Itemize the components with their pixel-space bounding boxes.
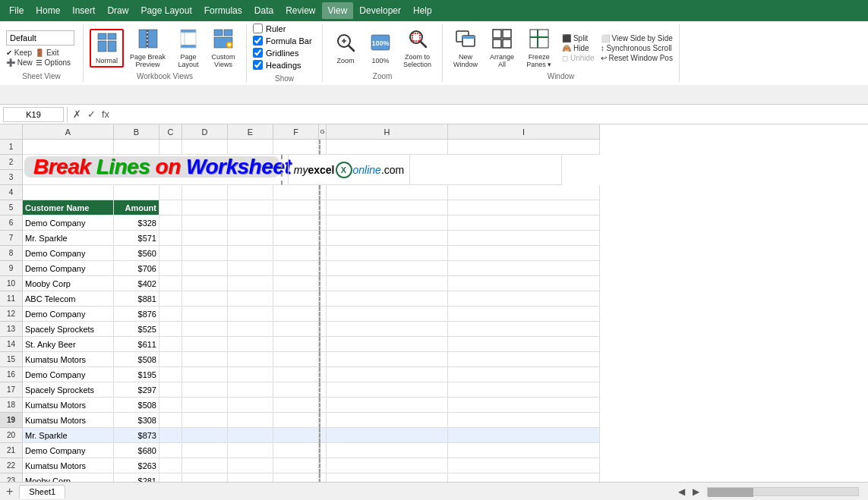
formula-input[interactable] [115, 107, 865, 122]
cell-d12[interactable] [182, 322, 228, 337]
cell-i3[interactable] [448, 185, 600, 200]
ruler-checkbox[interactable]: Ruler [253, 24, 316, 33]
freeze-panes-btn[interactable]: FreezePanes ▾ [522, 26, 556, 71]
cell-e3[interactable] [228, 185, 273, 200]
cell-e21[interactable] [228, 458, 273, 473]
ruler-check[interactable] [253, 24, 263, 33]
cell-d10[interactable] [182, 291, 228, 307]
cell-e1[interactable] [228, 140, 273, 155]
keep-btn[interactable]: ✔ Keep [6, 49, 32, 57]
custom-views-btn[interactable]: CustomViews [207, 27, 240, 70]
cell-g14[interactable] [319, 352, 327, 367]
cell-f16[interactable] [273, 382, 319, 398]
cell-c6[interactable] [159, 231, 182, 246]
cell-a9[interactable]: Mooby Corp [23, 276, 114, 291]
headings-check[interactable] [253, 60, 263, 70]
cell-h10[interactable] [327, 291, 448, 307]
horizontal-scrollbar[interactable] [707, 487, 859, 496]
cell-a20[interactable]: Demo Company [23, 443, 114, 458]
new-sheet-view-btn[interactable]: ➕ New [6, 58, 33, 67]
cell-g15[interactable] [319, 367, 327, 382]
cell-i19[interactable] [448, 428, 600, 443]
cell-f5[interactable] [273, 215, 319, 231]
cell-i5[interactable] [448, 215, 600, 231]
col-h[interactable]: H [327, 124, 448, 140]
cell-c1[interactable] [159, 140, 182, 155]
cell-a3[interactable] [23, 185, 114, 200]
cell-i1[interactable] [448, 140, 600, 155]
cell-f22[interactable] [273, 473, 319, 482]
cell-h20[interactable] [327, 443, 448, 458]
cell-c17[interactable] [159, 398, 182, 413]
col-f[interactable]: F [273, 124, 319, 140]
options-btn[interactable]: ☰ Options [36, 58, 71, 67]
cell-g18[interactable] [319, 413, 327, 428]
cell-a18[interactable]: Kumatsu Motors [23, 413, 114, 428]
cell-c12[interactable] [159, 322, 182, 337]
cell-f20[interactable] [273, 443, 319, 458]
cell-h11[interactable] [327, 307, 448, 322]
cell-g13[interactable] [319, 337, 327, 352]
cell-g8[interactable] [319, 261, 327, 276]
confirm-formula-btn[interactable]: ✓ [85, 108, 98, 120]
cell-d16[interactable] [182, 382, 228, 398]
cell-e17[interactable] [228, 398, 273, 413]
cell-i18[interactable] [448, 413, 600, 428]
formula-bar-checkbox[interactable]: Formula Bar [253, 36, 316, 46]
cell-d15[interactable] [182, 367, 228, 382]
cell-d5[interactable] [182, 215, 228, 231]
cell-c7[interactable] [159, 246, 182, 261]
cell-i16[interactable] [448, 382, 600, 398]
cell-f19[interactable] [273, 428, 319, 443]
cell-c16[interactable] [159, 382, 182, 398]
scroll-left-btn[interactable]: ◀ [675, 486, 688, 497]
cell-e9[interactable] [228, 276, 273, 291]
col-e[interactable]: E [228, 124, 273, 140]
cell-e20[interactable] [228, 443, 273, 458]
cell-a21[interactable]: Kumatsu Motors [23, 458, 114, 473]
cell-b3[interactable] [114, 185, 159, 200]
cell-g22[interactable] [319, 473, 327, 482]
cell-h9[interactable] [327, 276, 448, 291]
cell-b6[interactable]: $571 [114, 231, 159, 246]
cell-d6[interactable] [182, 231, 228, 246]
cell-b10[interactable]: $881 [114, 291, 159, 307]
cell-g19[interactable] [319, 428, 327, 443]
cell-a17[interactable]: Kumatsu Motors [23, 398, 114, 413]
arrange-all-btn[interactable]: ArrangeAll [485, 26, 519, 71]
gridlines-checkbox[interactable]: Gridlines [253, 48, 316, 58]
menu-home[interactable]: Home [30, 2, 66, 19]
cell-f1[interactable] [273, 140, 319, 155]
cell-g21[interactable] [319, 458, 327, 473]
cell-e6[interactable] [228, 231, 273, 246]
cell-h12[interactable] [327, 322, 448, 337]
page-break-preview-btn[interactable]: Page BreakPreview [125, 27, 170, 70]
cell-e11[interactable] [228, 307, 273, 322]
cell-a1[interactable] [23, 140, 114, 155]
cell-h3[interactable] [327, 185, 448, 200]
zoom-to-selection-btn[interactable]: Zoom toSelection [399, 27, 436, 70]
cell-c21[interactable] [159, 458, 182, 473]
cell-i14[interactable] [448, 352, 600, 367]
cell-b11[interactable]: $876 [114, 307, 159, 322]
cell-d7[interactable] [182, 246, 228, 261]
cell-b12[interactable]: $525 [114, 322, 159, 337]
cell-d8[interactable] [182, 261, 228, 276]
cell-e14[interactable] [228, 352, 273, 367]
cell-c19[interactable] [159, 428, 182, 443]
cell-c18[interactable] [159, 413, 182, 428]
name-box[interactable] [3, 107, 64, 122]
cell-g20[interactable] [319, 443, 327, 458]
cell-f15[interactable] [273, 367, 319, 382]
cell-h16[interactable] [327, 382, 448, 398]
cell-b21[interactable]: $263 [114, 458, 159, 473]
cell-e5[interactable] [228, 215, 273, 231]
hide-btn[interactable]: 🙈 Hide [562, 44, 589, 52]
cell-h1[interactable] [327, 140, 448, 155]
cell-b1[interactable] [114, 140, 159, 155]
synchronous-scroll-btn[interactable]: ↕ Synchronous Scroll [601, 44, 673, 52]
cell-b13[interactable]: $611 [114, 337, 159, 352]
cell-d22[interactable] [182, 473, 228, 482]
cell-c3[interactable] [159, 185, 182, 200]
scroll-right-btn[interactable]: ▶ [690, 486, 702, 497]
